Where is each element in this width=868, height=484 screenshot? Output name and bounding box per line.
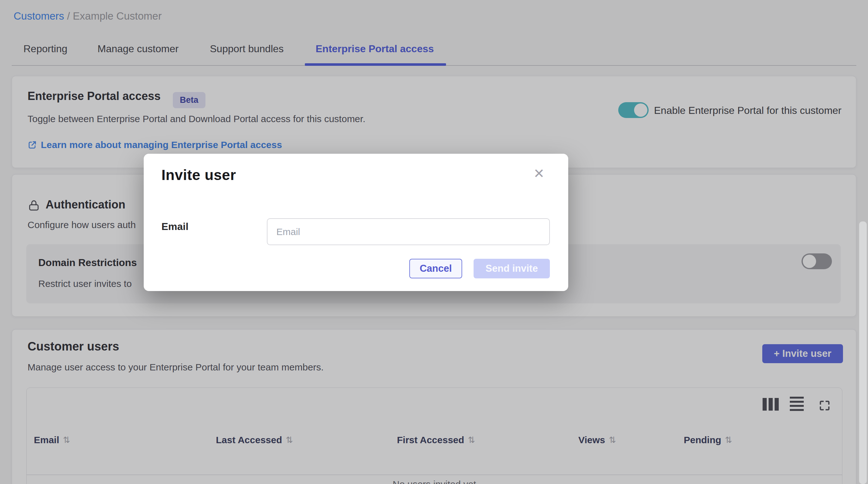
page: Customers / Example Customer Reporting M… xyxy=(0,0,868,484)
scrollbar-thumb[interactable] xyxy=(859,221,867,484)
close-icon[interactable]: ✕ xyxy=(533,167,545,180)
invite-user-modal: Invite user ✕ Email Cancel Send invite xyxy=(144,154,568,291)
email-field-label: Email xyxy=(161,221,188,232)
modal-title: Invite user xyxy=(161,166,236,184)
send-invite-button[interactable]: Send invite xyxy=(473,259,550,279)
email-input[interactable] xyxy=(267,218,550,245)
cancel-button[interactable]: Cancel xyxy=(409,259,462,279)
